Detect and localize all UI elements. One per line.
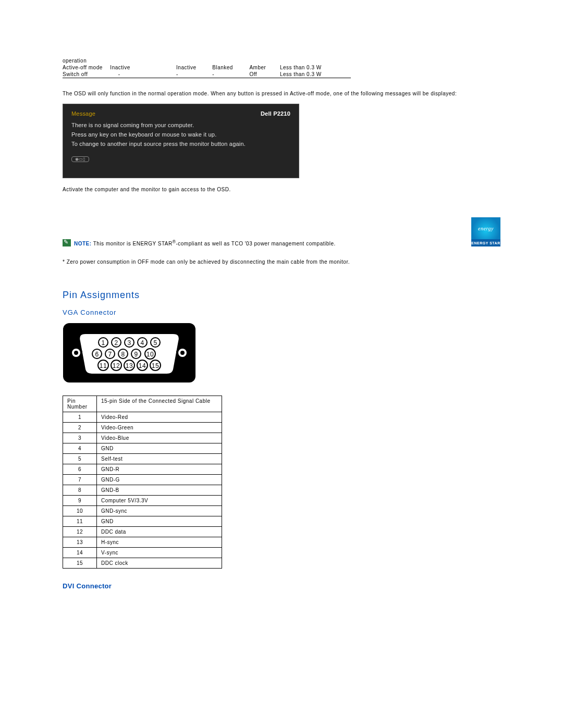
cell: Blanked — [212, 64, 249, 71]
table-row: 3Video-Blue — [63, 433, 222, 443]
vga-pin-table: Pin Number 15-pin Side of the Connected … — [63, 396, 222, 569]
document-page: operation Active-off mode Inactive Inact… — [0, 0, 563, 728]
pin-number: 8 — [63, 485, 97, 495]
pin-signal: DDC clock — [97, 558, 222, 568]
input-source-icon: ◉▭▯ — [71, 156, 89, 162]
osd-line-2: Press any key on the keyboard or mouse t… — [71, 131, 290, 138]
osd-message-box: Message Dell P2210 There is no signal co… — [63, 104, 299, 178]
table-row: 6GND-R — [63, 464, 222, 474]
pin-signal: Video-Blue — [97, 433, 222, 443]
pin-signal: V-sync — [97, 547, 222, 558]
osd-model-label: Dell P2210 — [261, 110, 290, 117]
pin-number: 2 — [63, 422, 97, 433]
table-row: 1Video-Red — [63, 412, 222, 422]
pin-signal: H-sync — [97, 537, 222, 547]
energy-star-icon: energy ENERGY STAR — [471, 217, 500, 246]
svg-text:4: 4 — [140, 339, 144, 347]
table-row: 7GND-G — [63, 474, 222, 485]
pin-number: 3 — [63, 433, 97, 443]
cell: Less than 0.3 W — [280, 71, 351, 78]
pin-signal: GND-B — [97, 485, 222, 495]
col-pin-number: Pin Number — [63, 396, 97, 412]
pin-number: 11 — [63, 516, 97, 526]
table-row: operation — [63, 57, 354, 64]
svg-text:1: 1 — [101, 339, 105, 347]
vga-connector-heading: VGA Connector — [63, 309, 500, 316]
svg-text:2: 2 — [114, 339, 118, 347]
energy-star-label: ENERGY STAR — [471, 239, 500, 246]
table-row: 11GND — [63, 516, 222, 526]
pin-number: 4 — [63, 443, 97, 453]
osd-line-3: To change to another input source press … — [71, 141, 290, 147]
table-row: 9Computer 5V/3.3V — [63, 495, 222, 505]
cell: - — [212, 71, 249, 78]
pin-number: 15 — [63, 558, 97, 568]
pin-signal: GND-sync — [97, 505, 222, 516]
pin-number: 7 — [63, 474, 97, 485]
power-mode-table: operation Active-off mode Inactive Inact… — [63, 57, 354, 78]
pin-signal: Video-Red — [97, 412, 222, 422]
cell: Off — [249, 71, 280, 78]
table-row: 12DDC data — [63, 526, 222, 537]
cell: operation — [63, 57, 176, 64]
cell: Switch off - — [63, 71, 176, 78]
pin-number: 6 — [63, 464, 97, 474]
cell: Inactive — [176, 64, 212, 71]
dvi-connector-heading: DVI Connector — [63, 582, 500, 590]
pin-number: 12 — [63, 526, 97, 537]
svg-text:12: 12 — [113, 362, 120, 369]
svg-text:7: 7 — [108, 351, 112, 358]
note-label: NOTE: — [74, 241, 92, 246]
table-row: Switch off - - - Off Less than 0.3 W — [63, 71, 354, 78]
energy-star-script: energy — [471, 217, 500, 239]
cell: - — [176, 71, 212, 78]
table-row: 14V-sync — [63, 547, 222, 558]
pin-signal: GND — [97, 443, 222, 453]
pin-assignments-heading: Pin Assignments — [63, 290, 500, 301]
table-row: 8GND-B — [63, 485, 222, 495]
pin-signal: GND-R — [97, 464, 222, 474]
osd-intro-text: The OSD will only function in the normal… — [63, 91, 500, 96]
table-row: 4GND — [63, 443, 222, 453]
pin-signal: DDC data — [97, 526, 222, 537]
footnote-text: * Zero power consumption in OFF mode can… — [63, 259, 500, 265]
pin-signal: Computer 5V/3.3V — [97, 495, 222, 505]
svg-point-4 — [180, 351, 185, 355]
vga-connector-diagram: 1 2 3 4 5 6 7 8 9 10 11 12 13 14 15 — [63, 323, 500, 384]
svg-text:3: 3 — [127, 339, 131, 347]
table-row: 13H-sync — [63, 537, 222, 547]
pin-number: 9 — [63, 495, 97, 505]
energy-star-note-row: NOTE: This monitor is ENERGY STAR®-compl… — [63, 217, 500, 246]
svg-text:10: 10 — [146, 351, 154, 358]
cell: Less than 0.3 W — [280, 64, 351, 71]
osd-message-label: Message — [71, 110, 95, 117]
table-row: 10GND-sync — [63, 505, 222, 516]
pin-signal: Video-Green — [97, 422, 222, 433]
col-signal: 15-pin Side of the Connected Signal Cabl… — [97, 396, 222, 412]
cell: Active-off mode Inactive — [63, 64, 176, 71]
pin-number: 1 — [63, 412, 97, 422]
pin-number: 10 — [63, 505, 97, 516]
pin-signal: Self-test — [97, 453, 222, 464]
osd-line-1: There is no signal coming from your comp… — [71, 122, 290, 128]
cell: Amber — [249, 64, 280, 71]
note-text: NOTE: This monitor is ENERGY STAR®-compl… — [74, 239, 468, 246]
svg-text:11: 11 — [100, 362, 107, 369]
svg-text:9: 9 — [134, 351, 138, 358]
note-icon — [63, 239, 71, 246]
svg-text:6: 6 — [95, 351, 99, 358]
svg-text:5: 5 — [153, 339, 157, 347]
pin-number: 13 — [63, 537, 97, 547]
svg-text:14: 14 — [139, 362, 146, 369]
table-row: 2Video-Green — [63, 422, 222, 433]
table-row: Active-off mode Inactive Inactive Blanke… — [63, 64, 354, 71]
svg-point-2 — [74, 351, 78, 355]
pin-number: 14 — [63, 547, 97, 558]
pin-signal: GND — [97, 516, 222, 526]
pin-signal: GND-G — [97, 474, 222, 485]
svg-text:8: 8 — [121, 351, 125, 358]
activate-text: Activate the computer and the monitor to… — [63, 187, 500, 192]
pin-number: 5 — [63, 453, 97, 464]
table-row: 5Self-test — [63, 453, 222, 464]
svg-text:15: 15 — [152, 362, 159, 369]
